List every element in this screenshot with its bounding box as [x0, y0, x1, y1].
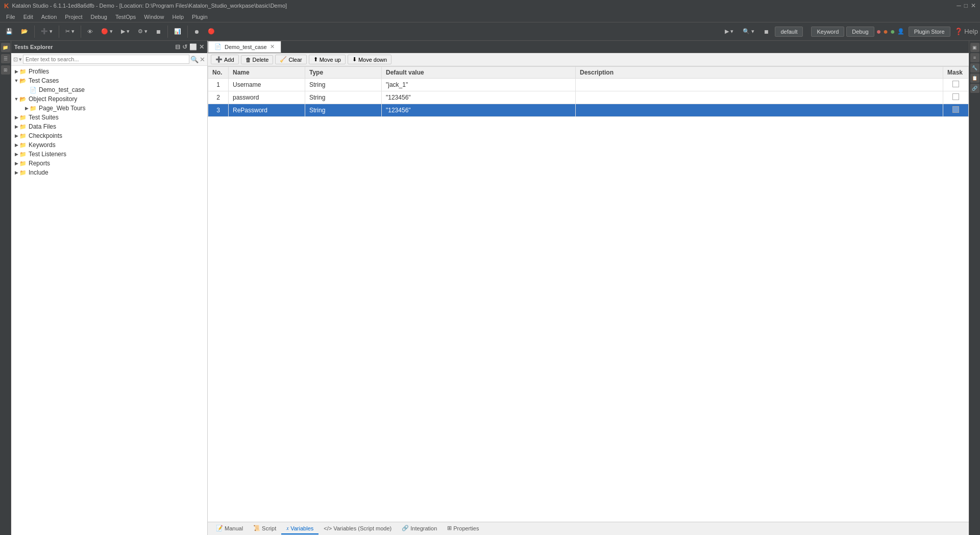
record-web-button[interactable]: 🔴 ▾ — [97, 25, 116, 39]
stop2-button[interactable]: 🔴 — [204, 25, 218, 39]
cell-desc-3[interactable] — [576, 104, 943, 117]
menu-action[interactable]: Action — [37, 13, 61, 21]
mask-checkbox-2[interactable] — [952, 93, 959, 100]
tab-variables[interactable]: 𝑥 Variables — [281, 523, 318, 534]
maximize-button[interactable]: □ — [964, 2, 968, 9]
add-variable-button[interactable]: ➕ Add — [211, 55, 239, 64]
menu-debug[interactable]: Debug — [87, 13, 111, 21]
left-icon-folder[interactable]: 📁 — [1, 43, 10, 52]
cell-default-3[interactable]: "123456" — [382, 104, 576, 117]
tree-item-keywords[interactable]: ▶ 📁 Keywords — [11, 140, 207, 150]
move-down-button[interactable]: ⬇ Move down — [348, 55, 391, 64]
filter-icon[interactable]: ⊡ — [13, 56, 18, 63]
right-panel-icon-2[interactable]: ≡ — [970, 53, 979, 62]
cell-name-3[interactable]: RePassword — [229, 104, 305, 117]
tab-script[interactable]: 📜 Script — [248, 523, 281, 534]
record-button[interactable]: ⏺ — [190, 25, 203, 39]
close-button[interactable]: ✕ — [971, 2, 976, 9]
window-controls[interactable]: ─ □ ✕ — [957, 2, 976, 9]
settings-button[interactable]: ⚙ ▾ — [134, 25, 151, 39]
debug-button[interactable]: Debug — [846, 27, 874, 37]
tree-item-reports[interactable]: ▶ 📁 Reports — [11, 159, 207, 168]
menu-edit[interactable]: Edit — [19, 13, 37, 21]
cell-mask-2[interactable] — [943, 91, 969, 104]
clear-button[interactable]: 🧹 Clear — [275, 55, 306, 64]
right-panel-icon-1[interactable]: ▣ — [970, 43, 979, 52]
stop-button[interactable]: ⏹ — [152, 25, 165, 39]
clear-search-icon[interactable]: ✕ — [200, 56, 205, 63]
tab-integration[interactable]: 🔗 Integration — [397, 523, 442, 534]
icon-reports: 📁 — [19, 160, 27, 167]
tree-item-test-cases[interactable]: ▼ 📂 Test Cases — [11, 76, 207, 85]
tab-variables-script[interactable]: </> Variables (Script mode) — [318, 523, 397, 534]
menu-project[interactable]: Project — [61, 13, 86, 21]
table-row[interactable]: 1 Username String "jack_1" — [208, 79, 969, 91]
menu-plugin[interactable]: Plugin — [188, 13, 212, 21]
new-button[interactable]: ➕ ▾ — [37, 25, 56, 39]
label-test-suites: Test Suites — [29, 114, 59, 121]
mask-checkbox-3[interactable] — [952, 106, 959, 113]
table-row[interactable]: 2 password String "123456" — [208, 91, 969, 104]
cell-desc-2[interactable] — [576, 91, 943, 104]
search-input[interactable] — [23, 55, 189, 64]
cell-type-1[interactable]: String — [305, 79, 382, 91]
refresh-icon[interactable]: ↺ — [182, 43, 187, 51]
menu-help[interactable]: Help — [168, 13, 188, 21]
mask-checkbox-1[interactable] — [952, 81, 959, 87]
tab-close-icon[interactable]: ✕ — [270, 43, 275, 50]
move-up-button[interactable]: ⬆ Move up — [309, 55, 346, 64]
cell-type-2[interactable]: String — [305, 91, 382, 104]
search-icon[interactable]: 🔍 — [190, 56, 199, 63]
help-button[interactable]: ❓ Help — [954, 28, 978, 35]
cell-default-1[interactable]: "jack_1" — [382, 79, 576, 91]
plugin-store-button[interactable]: Plugin Store — [909, 27, 950, 37]
play-button[interactable]: ▶ ▾ — [117, 25, 133, 39]
profile-selector[interactable]: default — [775, 27, 803, 37]
tree-item-checkpoints[interactable]: ▶ 📁 Checkpoints — [11, 131, 207, 140]
grid-button[interactable]: ⏹ — [760, 25, 773, 39]
delete-variable-button[interactable]: 🗑 Delete — [241, 55, 274, 64]
tab-demo-test-case[interactable]: 📄 Demo_test_case ✕ — [208, 41, 281, 53]
minimize-button[interactable]: ─ — [957, 2, 961, 9]
tree-item-test-suites[interactable]: ▶ 📁 Test Suites — [11, 113, 207, 122]
cut-button[interactable]: ✂ ▾ — [62, 25, 78, 39]
cell-no-3: 3 — [208, 104, 229, 117]
tree-item-data-files[interactable]: ▶ 📁 Data Files — [11, 122, 207, 131]
menu-file[interactable]: File — [2, 13, 19, 21]
analytics-button[interactable]: 📊 — [170, 25, 185, 39]
sort-icon[interactable]: ▾ — [19, 56, 22, 63]
cell-mask-1[interactable] — [943, 79, 969, 91]
keyword-button[interactable]: Keyword — [811, 27, 844, 37]
tree-item-include[interactable]: ▶ 📁 Include — [11, 168, 207, 177]
right-panel-icon-5[interactable]: 🔗 — [970, 84, 979, 93]
spy-web-button[interactable]: 👁 — [84, 25, 96, 39]
left-icon-grid[interactable]: ⊞ — [1, 65, 10, 75]
menu-window[interactable]: Window — [140, 13, 168, 21]
tab-manual[interactable]: 📝 Manual — [211, 523, 248, 534]
cell-type-3[interactable]: String — [305, 104, 382, 117]
cell-default-2[interactable]: "123456" — [382, 91, 576, 104]
cell-desc-1[interactable] — [576, 79, 943, 91]
tree-item-object-repository[interactable]: ▼ 📂 Object Repository — [11, 94, 207, 104]
expand-icon[interactable]: ⬜ — [189, 43, 197, 51]
cell-name-2[interactable]: password — [229, 91, 305, 104]
right-panel-icon-3[interactable]: 🔧 — [970, 63, 979, 72]
left-icon-list[interactable]: ☰ — [1, 54, 10, 63]
tree-item-profiles[interactable]: ▶ 📁 Profiles — [11, 67, 207, 76]
close-explorer-icon[interactable]: ✕ — [199, 43, 204, 51]
cell-name-1[interactable]: Username — [229, 79, 305, 91]
open-button[interactable]: 📂 — [17, 25, 32, 39]
menu-testops[interactable]: TestOps — [111, 13, 140, 21]
tree-item-demo-test-case[interactable]: 📄 Demo_test_case — [11, 85, 207, 94]
save-button[interactable]: 💾 — [2, 25, 16, 39]
tree-item-test-listeners[interactable]: ▶ 📁 Test Listeners — [11, 150, 207, 159]
manual-icon: 📝 — [216, 525, 223, 531]
collapse-all-icon[interactable]: ⊟ — [175, 43, 180, 51]
tab-properties[interactable]: ⊞ Properties — [442, 523, 484, 534]
cell-mask-3[interactable] — [943, 104, 969, 117]
tree-item-page-web-tours[interactable]: ▶ 📁 Page_Web Tours — [11, 104, 207, 113]
run-button[interactable]: ▶ ▾ — [721, 25, 737, 39]
right-panel-icon-4[interactable]: 📋 — [970, 74, 979, 83]
table-row[interactable]: 3 RePassword String "123456" — [208, 104, 969, 117]
inspect-button[interactable]: 🔍 ▾ — [739, 25, 758, 39]
